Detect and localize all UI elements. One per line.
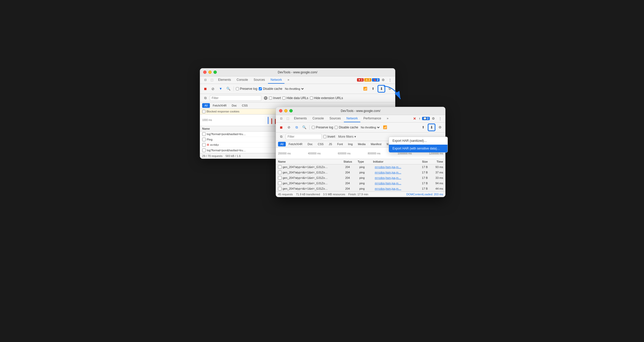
tab-more-front[interactable]: »: [384, 115, 391, 122]
clear-btn-back[interactable]: ⊘: [210, 86, 216, 92]
blocked-cookies-checkbox[interactable]: [202, 110, 205, 113]
filter-input-front[interactable]: [286, 134, 322, 139]
tab-elements-front[interactable]: Elements: [291, 115, 309, 122]
preserve-log-checkbox-front[interactable]: [312, 126, 315, 129]
invert-label-back[interactable]: Invert: [269, 96, 281, 100]
disable-cache-label-back[interactable]: Disable cache: [259, 87, 282, 91]
element-picker-icon-front[interactable]: ⊡: [278, 116, 284, 122]
element-picker-icon[interactable]: ⊡: [202, 77, 208, 83]
search-btn-back[interactable]: 🔍: [225, 86, 231, 92]
filter-icon-back[interactable]: ⧉: [202, 95, 208, 101]
maximize-button-back[interactable]: [213, 71, 217, 74]
type-btn-manifest-front[interactable]: Manifest: [368, 142, 384, 146]
hide-ext-checkbox-back[interactable]: [310, 97, 313, 100]
type-btn-xhr-back[interactable]: Fetch/XHR: [210, 103, 229, 108]
row-checkbox-3-back[interactable]: [202, 148, 206, 152]
device-mode-icon[interactable]: ⬚: [209, 77, 215, 83]
export-har-sanitized[interactable]: Export HAR (sanitized)…: [389, 137, 448, 145]
type-btn-font-front[interactable]: Font: [335, 142, 345, 146]
disable-cache-checkbox-front[interactable]: [335, 126, 338, 129]
row-checkbox-1-back[interactable]: [202, 138, 206, 141]
tab-console-back[interactable]: Console: [234, 76, 251, 84]
type-btn-all-front[interactable]: All: [278, 142, 286, 146]
row-checkbox-2-back[interactable]: [202, 143, 206, 147]
throttle-select-front[interactable]: No throttling: [360, 126, 380, 129]
table-row-front-3[interactable]: gen_204?atyp=i&r=1&ei=_G31Zo… 204 ping m…: [276, 181, 445, 186]
tab-sources-back[interactable]: Sources: [251, 76, 267, 84]
preserve-log-label-front[interactable]: Preserve log: [312, 126, 333, 129]
row-cb-4-front[interactable]: [278, 187, 282, 190]
table-row-front-2[interactable]: gen_204?atyp=i&r=1&ei=_G31Zo… 204 ping m…: [276, 175, 445, 181]
type-btn-js-front[interactable]: JS: [326, 142, 334, 146]
tab-console-front[interactable]: Console: [310, 115, 326, 122]
close-button-back[interactable]: [203, 71, 207, 74]
filter-btn-back[interactable]: ▼: [218, 86, 224, 92]
disable-cache-checkbox-back[interactable]: [259, 87, 262, 90]
device-mode-icon-front[interactable]: ⬚: [285, 116, 291, 122]
invert-checkbox-back[interactable]: [269, 97, 272, 100]
row-cb-1-front[interactable]: [278, 171, 282, 174]
type-btn-doc-front[interactable]: Doc: [305, 142, 315, 146]
tab-more-back[interactable]: »: [285, 76, 292, 84]
type-btn-media-front[interactable]: Media: [355, 142, 368, 146]
hide-data-label-back[interactable]: Hide data URLs: [282, 96, 308, 100]
preserve-log-checkbox-back[interactable]: [236, 87, 239, 90]
type-btn-xhr-front[interactable]: Fetch/XHR: [286, 142, 305, 146]
tab-elements-back[interactable]: Elements: [216, 76, 234, 84]
more-filters-btn-front[interactable]: More filters ▾: [337, 134, 357, 140]
settings-btn-back[interactable]: ⚙: [380, 77, 386, 83]
maximize-button-front[interactable]: [289, 109, 293, 112]
filter-input-back[interactable]: [210, 95, 261, 101]
row-cb-3-front[interactable]: [278, 181, 282, 185]
download-btn-front[interactable]: ⬇: [428, 124, 435, 130]
settings-btn-front[interactable]: ⚙: [430, 116, 436, 122]
wifi-btn-front[interactable]: 📶: [382, 124, 388, 130]
title-bar-back: DevTools - www.google.com/: [200, 68, 395, 76]
tab-sources-front[interactable]: Sources: [327, 115, 343, 122]
tab-bar-back: ⊡ ⬚ Elements Console Sources Network » ✕…: [200, 76, 395, 84]
settings-btn2-front[interactable]: ⚙: [437, 124, 443, 130]
download-btn-back[interactable]: ⬇: [378, 86, 384, 92]
upload-btn-back[interactable]: ⬆: [370, 86, 376, 92]
minimize-button-back[interactable]: [208, 71, 212, 74]
disable-cache-label-front[interactable]: Disable cache: [335, 126, 358, 129]
filter-icon-front[interactable]: ⧉: [278, 134, 284, 140]
clear-btn-front[interactable]: ⊘: [286, 124, 292, 130]
row-cb-2-front[interactable]: [278, 176, 282, 180]
search-btn-front[interactable]: 🔍: [301, 124, 307, 130]
type-btn-css-back[interactable]: CSS: [240, 103, 250, 108]
clear-filter-btn-back[interactable]: ✕: [264, 96, 267, 100]
export-har-sensitive[interactable]: Export HAR (with sensitive data)…: [389, 145, 448, 152]
minimize-button-front[interactable]: [284, 109, 288, 112]
type-btn-doc-back[interactable]: Doc: [229, 103, 239, 108]
more-btn-front[interactable]: ⋮: [437, 116, 443, 122]
warn-badge-back: ⚠ 2: [364, 78, 371, 82]
resources-front: 3.5 MB resources: [323, 193, 345, 196]
tab-performance-front[interactable]: Performance: [361, 115, 384, 122]
tab-network-front[interactable]: Network: [344, 115, 360, 122]
filter-btn-front[interactable]: ⧉: [293, 124, 300, 130]
stop-btn-front[interactable]: ⏹: [278, 124, 284, 130]
type-btn-all-back[interactable]: All: [202, 103, 210, 108]
invert-label-front[interactable]: Invert: [323, 135, 335, 138]
tab-network-back[interactable]: Network: [268, 76, 284, 84]
invert-checkbox-front[interactable]: [323, 135, 326, 138]
upload-btn-front[interactable]: ⬆: [420, 124, 426, 130]
more-btn-back[interactable]: ⋮: [387, 77, 393, 83]
stop-recording-btn-back[interactable]: ⏹: [202, 86, 208, 92]
settings-btn2-back[interactable]: ⚙: [387, 86, 393, 92]
preserve-log-label-back[interactable]: Preserve log: [236, 87, 257, 91]
type-btn-img-front[interactable]: Img: [346, 142, 355, 146]
throttle-select-back[interactable]: No throttling: [284, 87, 305, 91]
hide-data-checkbox-back[interactable]: [282, 97, 285, 100]
hide-ext-label-back[interactable]: Hide extension URLs: [310, 96, 343, 100]
wifi-btn-back[interactable]: 📶: [362, 86, 368, 92]
close-button-front[interactable]: [279, 109, 282, 112]
table-row-front-0[interactable]: gen_204?atyp=i&r=1&ei=_G31Zo… 204 ping m…: [276, 164, 445, 170]
col-name-header: Name: [278, 160, 343, 163]
row-checkbox-0-back[interactable]: [202, 132, 206, 136]
type-btn-css-front[interactable]: CSS: [316, 142, 326, 146]
table-row-front-1[interactable]: gen_204?atyp=i&r=1&ei=_G31Zo… 204 ping m…: [276, 170, 445, 175]
row-cb-0-front[interactable]: [278, 165, 282, 169]
table-row-front-4[interactable]: gen_204?atyp=i&r=1&ei=_G31Zo… 204 ping m…: [276, 186, 445, 191]
